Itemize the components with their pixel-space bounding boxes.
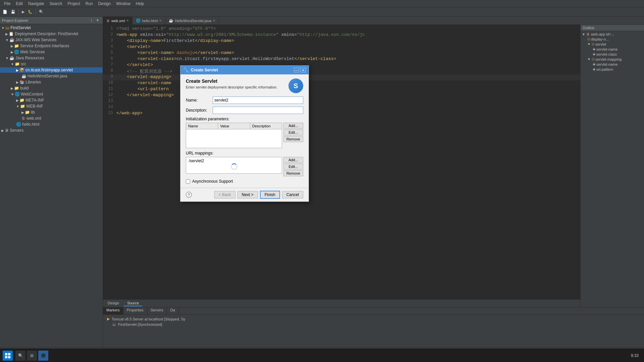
dialog-titlebar: 🔧 Create Servlet — ✕ [180, 66, 309, 74]
dialog-title-text: Create Servlet [191, 68, 218, 72]
help-icon[interactable]: ? [186, 192, 192, 198]
form-input-description[interactable] [213, 107, 303, 114]
init-params-buttons: Add... Edit... Remove [283, 123, 303, 148]
url-edit-btn[interactable]: Edit... [283, 164, 303, 170]
init-remove-btn[interactable]: Remove [283, 136, 303, 142]
dialog-overlay: 🔧 Create Servlet — ✕ Create Servlet Ente… [0, 0, 644, 362]
async-label[interactable]: Asynchronous Support [192, 179, 233, 184]
next-button[interactable]: Next > [237, 191, 258, 198]
dialog-minimize-btn[interactable]: — [294, 68, 299, 72]
url-mappings-section: URL mappings: /servlet2 Add... Edit... [186, 151, 303, 176]
dialog-heading: Create Servlet [186, 78, 277, 84]
th-description: Description [250, 123, 282, 129]
table-header: Name Value Description [186, 123, 282, 129]
form-row-description: Description: [186, 107, 303, 114]
init-params-label: Initialization parameters: [186, 117, 303, 121]
url-remove-btn[interactable]: Remove [283, 170, 303, 176]
dialog-title-icon: 🔧 [183, 67, 189, 73]
init-params-section: Name Value Description Add... Edit... Re… [186, 123, 303, 148]
dialog-logo-icon: S [288, 78, 303, 93]
table-body[interactable] [186, 129, 282, 148]
loading-spinner [231, 163, 237, 170]
url-mappings-row: /servlet2 Add... Edit... Remove [186, 157, 303, 176]
dialog-body: Create Servlet Enter servlet deployment … [180, 74, 309, 188]
async-checkbox[interactable] [186, 179, 190, 184]
create-servlet-dialog: 🔧 Create Servlet — ✕ Create Servlet Ente… [180, 65, 309, 202]
async-checkbox-row: Asynchronous Support [186, 179, 303, 184]
init-edit-btn[interactable]: Edit... [283, 129, 303, 135]
th-name: Name [186, 123, 218, 129]
init-params-table: Name Value Description [186, 123, 282, 148]
url-add-btn[interactable]: Add... [283, 157, 303, 163]
dialog-controls: — ✕ [294, 68, 306, 72]
finish-button[interactable]: Finish [260, 191, 280, 199]
th-value: Value [218, 123, 250, 129]
url-mapping-buttons: Add... Edit... Remove [283, 157, 303, 176]
form-input-name[interactable] [213, 97, 303, 104]
form-row-name: Name: [186, 97, 303, 104]
cancel-button[interactable]: Cancel [282, 191, 303, 198]
form-label-name: Name: [186, 98, 213, 103]
dialog-subtitle: Enter servlet deployment descriptor spec… [186, 85, 277, 89]
url-mappings-label: URL mappings: [186, 151, 303, 156]
dialog-close-btn[interactable]: ✕ [301, 68, 306, 72]
url-container-wrapper: /servlet2 [186, 157, 282, 176]
init-add-btn[interactable]: Add... [283, 123, 303, 129]
back-button[interactable]: < Back [214, 191, 235, 198]
dialog-footer: ? < Back Next > Finish Cancel [180, 188, 309, 201]
form-label-description: Description: [186, 108, 213, 113]
